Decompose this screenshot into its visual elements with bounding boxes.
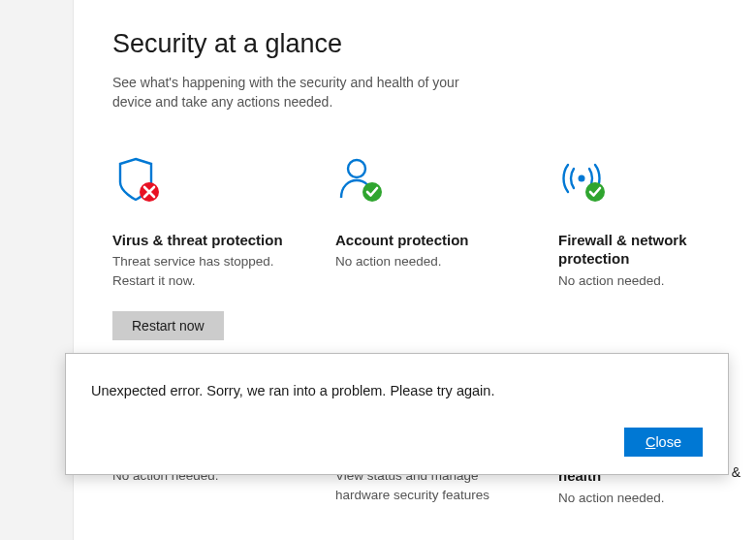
page-subtitle: See what's happening with the security a… [112, 73, 500, 112]
svg-point-1 [348, 160, 365, 177]
tile-status: Threat service has stopped. Restart it n… [112, 252, 310, 290]
tile-status: No action needed. [558, 489, 756, 508]
close-button-rest: lose [655, 434, 681, 450]
tile-title: Firewall & network protection [558, 231, 756, 269]
tile-status: No action needed. [558, 271, 756, 291]
person-icon [335, 155, 533, 207]
tile-status: No action needed. [335, 252, 533, 271]
dialog-actions: Close [91, 428, 703, 457]
tile-title: Account protection [335, 231, 533, 250]
tile-row: Virus & threat protection Threat service… [112, 155, 756, 341]
broadcast-icon [558, 155, 756, 207]
tile-virus-threat[interactable]: Virus & threat protection Threat service… [112, 155, 310, 341]
shield-icon [112, 155, 310, 207]
page-title: Security at a glance [112, 29, 756, 59]
tile-account-protection[interactable]: Account protection No action needed. [335, 155, 533, 341]
svg-point-3 [579, 175, 585, 181]
truncated-text-fragment: & [732, 464, 740, 480]
tile-firewall-network[interactable]: Firewall & network protection No action … [558, 155, 756, 341]
nav-rail [0, 0, 74, 540]
close-button[interactable]: Close [624, 428, 703, 457]
dialog-message: Unexpected error. Sorry, we ran into a p… [91, 383, 703, 398]
restart-now-button[interactable]: Restart now [112, 311, 224, 340]
tile-title: Virus & threat protection [112, 231, 310, 250]
error-dialog: Unexpected error. Sorry, we ran into a p… [65, 353, 729, 475]
